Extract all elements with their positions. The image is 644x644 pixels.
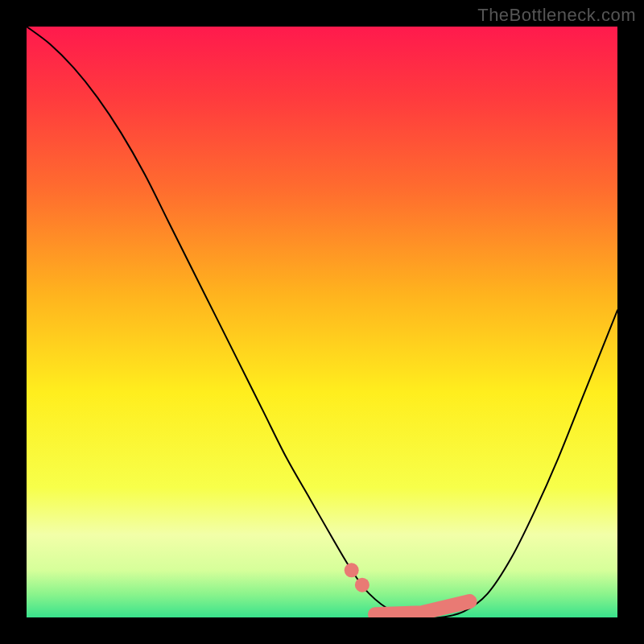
watermark-text: TheBottleneck.com <box>477 5 636 26</box>
plot-area <box>27 27 617 617</box>
optimal-dot-2 <box>355 578 369 592</box>
optimal-dot-1 <box>345 563 359 577</box>
bottleneck-chart <box>27 27 617 617</box>
chart-frame: TheBottleneck.com <box>0 0 644 644</box>
gradient-background <box>27 27 617 617</box>
